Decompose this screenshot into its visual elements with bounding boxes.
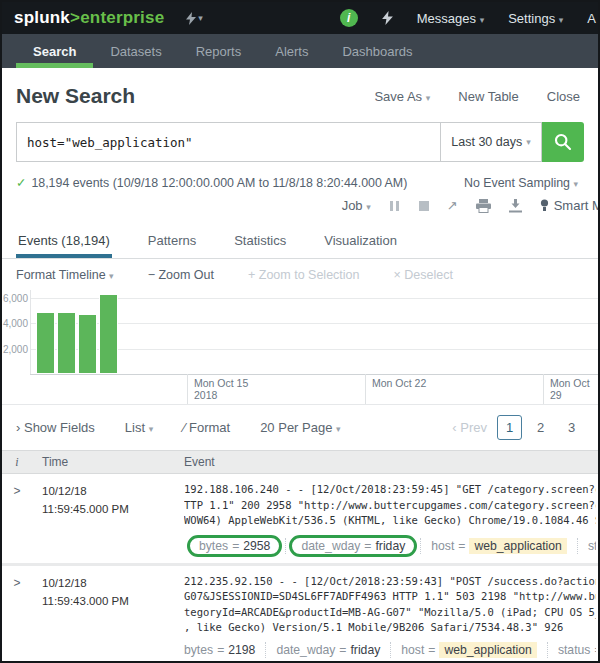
event-row: >10/12/1811:59:45.000 PM192.188.106.240 …	[2, 474, 598, 563]
print-icon[interactable]	[476, 199, 491, 213]
prev-page-button: ‹ Prev	[452, 420, 487, 435]
event-field-bytes[interactable]: bytes=2958	[199, 539, 270, 553]
histogram-bar[interactable]	[36, 312, 55, 374]
topbar-menus: i Messages ▾ Settings ▾ A	[340, 9, 596, 27]
app-switcher[interactable]: ▾	[186, 12, 203, 25]
field-equals: =	[590, 643, 596, 657]
messages-menu[interactable]: Messages ▾	[417, 11, 484, 26]
event-field-host[interactable]: host=web_application	[421, 538, 577, 554]
expand-chevron-icon[interactable]: >	[2, 482, 32, 557]
list-view-menu[interactable]: List ▾	[125, 420, 153, 435]
x-axis-tick-label: Mon Oct 29	[543, 374, 598, 404]
field-key[interactable]: bytes	[184, 643, 213, 657]
event-column-header: Event	[184, 455, 598, 469]
info-icon[interactable]: i	[340, 9, 358, 27]
job-menu[interactable]: Job ▾	[342, 198, 371, 213]
y-axis-tick-label: 2,000	[2, 344, 28, 355]
info-column-header: i	[2, 455, 32, 470]
tab-statistics[interactable]: Statistics	[232, 227, 288, 258]
page-button-3[interactable]: 3	[559, 415, 584, 440]
event-timeline-chart[interactable]: 2,0004,0006,000Mon Oct 152018Mon Oct 22M…	[2, 290, 598, 404]
search-input[interactable]	[16, 122, 440, 162]
nav-tab-dashboards[interactable]: Dashboards	[325, 34, 429, 68]
event-timestamp: 10/12/1811:59:45.000 PM	[32, 482, 184, 557]
caret-down-icon: ▾	[480, 15, 485, 25]
field-key[interactable]: date_wday	[276, 643, 335, 657]
event-raw-text: tegoryId=ARCADE&productId=MB-AG-G07" "Mo…	[184, 605, 596, 621]
histogram-bar[interactable]	[57, 312, 76, 374]
caret-down-icon: ▾	[336, 424, 341, 434]
stop-icon[interactable]	[419, 201, 429, 211]
save-as-button[interactable]: Save As ▾	[374, 89, 430, 104]
nav-tab-datasets[interactable]: Datasets	[93, 34, 178, 68]
caret-down-icon: ▾	[526, 137, 531, 147]
share-icon[interactable]: ↗	[447, 198, 458, 213]
account-menu[interactable]: A	[587, 11, 596, 26]
splunk-window: splunk>enterprise ▾ i Messages ▾ Setting…	[0, 0, 600, 663]
field-key[interactable]: date_wday	[301, 539, 360, 553]
nav-tab-search[interactable]: Search	[16, 34, 93, 68]
field-value[interactable]: friday	[375, 539, 405, 553]
caret-down-icon: ▾	[426, 93, 431, 103]
tab-visualization[interactable]: Visualization	[322, 227, 399, 258]
pagination: ‹ Prev 123	[452, 415, 584, 440]
settings-menu[interactable]: Settings ▾	[508, 11, 563, 26]
time-column-header: Time	[32, 455, 184, 469]
show-fields-toggle[interactable]: › Show Fields	[16, 420, 95, 435]
event-field-status[interactable]: status=200	[578, 539, 596, 553]
field-key[interactable]: status	[558, 643, 591, 657]
format-menu[interactable]: ∕ Format	[183, 420, 230, 435]
y-axis-line	[30, 290, 31, 374]
field-equals: =	[424, 643, 439, 657]
zoom-out-button[interactable]: − Zoom Out	[148, 268, 214, 282]
results-toolbar: › Show Fields List ▾ ∕ Format 20 Per Pag…	[2, 404, 598, 450]
search-icon	[553, 132, 573, 152]
field-key[interactable]: bytes	[199, 539, 228, 553]
event-field-date_wday[interactable]: date_wday=friday	[301, 539, 405, 553]
time-range-picker[interactable]: Last 30 days ▾	[440, 122, 542, 162]
pause-icon[interactable]	[389, 201, 401, 211]
field-value[interactable]: web_application	[469, 538, 566, 554]
zoom-to-selection-button: + Zoom to Selection	[248, 268, 360, 282]
tab-patterns[interactable]: Patterns	[146, 227, 198, 258]
smart-mode-menu[interactable]: Smart Mode ▾	[540, 198, 600, 213]
event-field-host[interactable]: host=web_application	[391, 642, 547, 658]
result-tabs: Events (18,194) Patterns Statistics Visu…	[2, 221, 598, 259]
field-value[interactable]: web_application	[439, 642, 536, 658]
event-field-bytes[interactable]: bytes=2198	[184, 643, 265, 657]
histogram-bar[interactable]	[78, 314, 97, 374]
histogram-bar[interactable]	[99, 294, 118, 374]
page-button-2[interactable]: 2	[528, 415, 553, 440]
export-icon[interactable]	[509, 199, 522, 213]
annotation-circle: bytes=2958	[187, 535, 282, 557]
nav-tab-alerts[interactable]: Alerts	[258, 34, 325, 68]
event-sampling-menu[interactable]: No Event Sampling ▾	[464, 176, 578, 190]
y-axis-tick-label: 4,000	[2, 318, 28, 329]
caret-down-icon: ▾	[559, 15, 564, 25]
caret-down-icon: ▾	[109, 271, 114, 281]
close-button[interactable]: Close	[547, 89, 580, 104]
tab-events[interactable]: Events (18,194)	[16, 227, 112, 258]
field-value[interactable]: friday	[350, 643, 380, 657]
activity-lightning-icon[interactable]	[382, 11, 393, 25]
format-timeline-menu[interactable]: Format Timeline ▾	[16, 268, 114, 282]
pencil-icon: ∕	[183, 420, 185, 435]
per-page-menu[interactable]: 20 Per Page ▾	[260, 420, 340, 435]
page-button-1[interactable]: 1	[497, 415, 522, 440]
field-key[interactable]: host	[431, 539, 454, 553]
expand-chevron-icon[interactable]: >	[2, 574, 32, 658]
splunk-logo[interactable]: splunk>enterprise	[14, 8, 164, 28]
event-raw-text: 212.235.92.150 - - [12/Oct/2018:23:59:43…	[184, 574, 596, 590]
field-key[interactable]: host	[401, 643, 424, 657]
field-key[interactable]: status	[588, 539, 596, 553]
nav-tab-reports[interactable]: Reports	[179, 34, 259, 68]
event-fields: bytes=2958date_wday=fridayhost=web_appli…	[184, 535, 596, 557]
field-value[interactable]: 2958	[243, 539, 270, 553]
search-bar: Last 30 days ▾	[2, 116, 598, 170]
event-field-date_wday[interactable]: date_wday=friday	[266, 643, 390, 657]
search-button[interactable]	[542, 122, 584, 162]
event-field-status[interactable]: status=503	[548, 643, 596, 657]
y-axis-tick-label: 6,000	[2, 293, 28, 304]
field-value[interactable]: 2198	[228, 643, 255, 657]
new-table-button[interactable]: New Table	[458, 89, 518, 104]
